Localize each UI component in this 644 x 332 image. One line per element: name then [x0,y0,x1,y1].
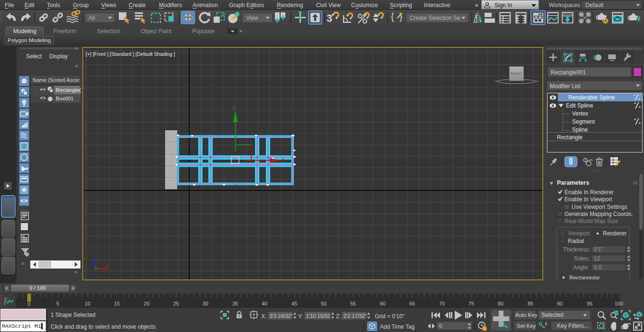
svg-text:y: y [95,265,97,271]
svg-text:x: x [282,156,285,162]
svg-text:x: x [106,262,108,268]
svg-text:z: z [93,251,96,257]
svg-text:y: y [233,105,235,110]
